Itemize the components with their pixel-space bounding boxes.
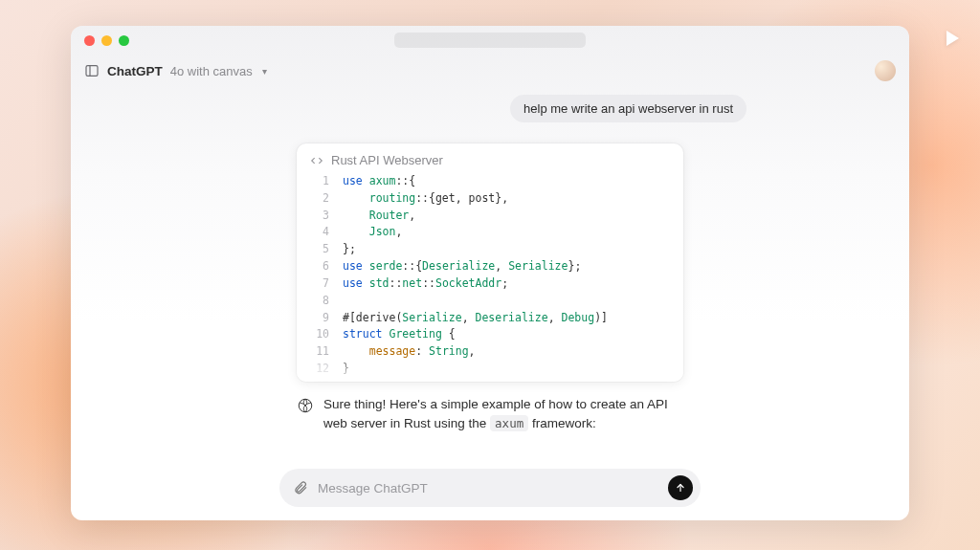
model-variant: 4o with canvas	[170, 64, 253, 78]
desktop-background: ChatGPT 4o with canvas ▾ help me write a…	[0, 0, 980, 550]
code-line: 3 Router,	[306, 208, 670, 225]
minimize-window-button[interactable]	[101, 35, 112, 46]
user-message: help me write an api webserver in rust	[510, 95, 746, 122]
code-line: 8	[306, 293, 670, 310]
canvas-header: Rust API Webserver	[297, 143, 683, 173]
canvas-card[interactable]: Rust API Webserver 1use axum::{2 routing…	[297, 143, 683, 382]
play-icon[interactable]	[947, 31, 959, 46]
chat-content: help me write an api webserver in rust R…	[71, 87, 909, 520]
assistant-text: Sure thing! Here's a simple example of h…	[323, 395, 683, 434]
composer[interactable]: Message ChatGPT	[279, 469, 701, 507]
close-window-button[interactable]	[84, 35, 95, 46]
panel-left-icon	[84, 63, 100, 78]
code-line: 1use axum::{	[306, 173, 670, 190]
svg-rect-0	[86, 66, 98, 77]
paperclip-icon[interactable]	[293, 480, 308, 495]
zoom-window-button[interactable]	[119, 35, 129, 46]
assistant-avatar-icon	[297, 397, 314, 414]
window-titlebar	[71, 26, 909, 55]
app-window: ChatGPT 4o with canvas ▾ help me write a…	[71, 26, 909, 520]
address-bar[interactable]	[394, 33, 586, 48]
assistant-message: Sure thing! Here's a simple example of h…	[297, 395, 683, 434]
code-line: 11 message: String,	[306, 343, 670, 361]
code-line: 9#[derive(Serialize, Deserialize, Debug)…	[306, 310, 670, 327]
model-selector[interactable]: ChatGPT 4o with canvas ▾	[84, 63, 267, 78]
composer-input[interactable]: Message ChatGPT	[318, 481, 658, 495]
window-controls	[84, 35, 129, 46]
code-line: 6use serde::{Deserialize, Serialize};	[306, 258, 670, 275]
code-line: 13	[306, 378, 670, 382]
code-line: 2 routing::{get, post},	[306, 190, 670, 208]
model-name: ChatGPT	[107, 64, 163, 78]
code-line: 4 Json,	[306, 224, 670, 241]
code-line: 7use std::net::SocketAddr;	[306, 275, 670, 293]
code-icon	[310, 154, 323, 167]
arrow-up-icon	[675, 482, 686, 494]
top-bar: ChatGPT 4o with canvas ▾	[71, 55, 909, 87]
code-line: 12}	[306, 361, 670, 378]
send-button[interactable]	[668, 475, 693, 500]
canvas-title: Rust API Webserver	[331, 153, 443, 167]
code-line: 10struct Greeting {	[306, 326, 670, 343]
chevron-down-icon: ▾	[262, 66, 267, 77]
inline-code: axum	[490, 415, 528, 431]
code-block: 1use axum::{2 routing::{get, post},3 Rou…	[297, 173, 683, 382]
avatar[interactable]	[875, 60, 896, 81]
code-line: 5};	[306, 241, 670, 258]
